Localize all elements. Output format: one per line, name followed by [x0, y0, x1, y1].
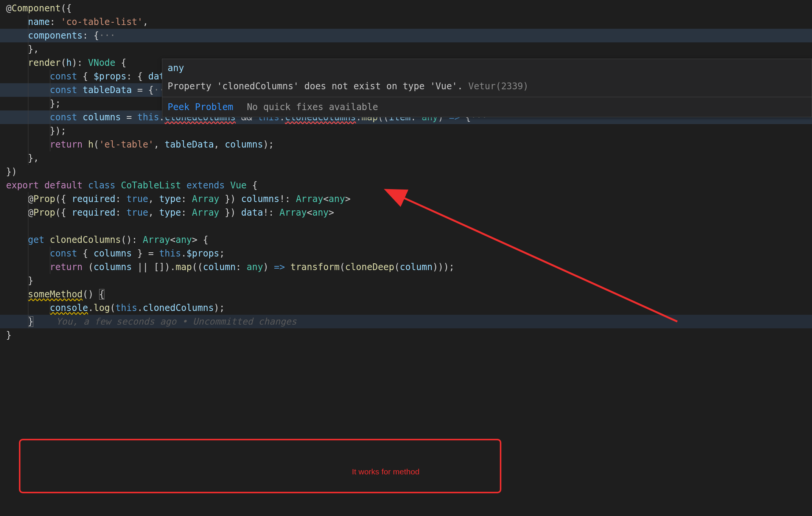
punct: <: [307, 207, 312, 218]
bracket-match: }: [28, 316, 33, 327]
punct: >: [345, 194, 350, 204]
fold-marker-icon[interactable]: ···: [99, 30, 115, 41]
punct: ,: [214, 139, 225, 150]
field-columns: columns: [241, 194, 279, 204]
punct: }): [219, 207, 241, 218]
punct: (: [82, 262, 93, 272]
hover-source-name: Vetur: [468, 81, 496, 92]
hover-message: Property 'clonedColumns' does not exist …: [162, 77, 812, 97]
punct: }): [219, 194, 241, 204]
code-line[interactable]: export default class CoTableList extends…: [0, 179, 812, 192]
kw-this: this: [137, 112, 159, 123]
punct: ): [263, 262, 274, 272]
kw-const: const: [50, 85, 77, 95]
code-line[interactable]: },: [0, 42, 812, 56]
type-any: any: [329, 194, 345, 204]
punct: {: [88, 30, 99, 41]
kw-this: this: [159, 248, 181, 259]
punct: ,: [148, 194, 159, 204]
peek-problem-link[interactable]: Peek Problem: [168, 100, 233, 114]
punct: ({: [61, 3, 72, 14]
type-any: any: [312, 207, 328, 218]
punct: <: [170, 235, 176, 245]
func-transform: transform: [290, 262, 339, 272]
at-sign: @: [6, 3, 11, 14]
punct: :: [236, 262, 247, 272]
hover-tooltip[interactable]: any Property 'clonedColumns' does not ex…: [162, 59, 812, 117]
punct: ({: [55, 207, 72, 218]
code-line[interactable]: console.log(this.clonedColumns);: [0, 301, 812, 315]
kw-export: export: [6, 180, 39, 191]
console: console: [50, 303, 88, 313]
punct: : {: [126, 71, 148, 82]
punct: (: [93, 139, 99, 150]
punct: ,: [148, 207, 159, 218]
code-line[interactable]: someMethod() {: [0, 288, 812, 301]
var-column: column: [400, 262, 432, 272]
type-array: Array: [280, 207, 307, 218]
kw-default: default: [39, 180, 83, 191]
param-h: h: [66, 58, 72, 68]
punct: );: [214, 303, 225, 313]
var-columns: columns: [93, 262, 132, 272]
punct: (: [340, 262, 345, 272]
punct: ,: [154, 139, 165, 150]
kw-class: class: [82, 180, 115, 191]
punct: :: [115, 194, 126, 204]
punct: :: [50, 17, 55, 27]
code-line[interactable]: @Prop({ required: true, type: Array }) c…: [0, 192, 812, 206]
code-line[interactable]: });: [0, 124, 812, 138]
code-line[interactable]: @Prop({ required: true, type: Array }) d…: [0, 206, 812, 219]
code-line[interactable]: get clonedColumns(): Array<any> {: [0, 233, 812, 247]
punct: .: [181, 248, 186, 259]
var-props: $props: [93, 71, 126, 82]
code-line[interactable]: }: [0, 328, 812, 342]
decorator-prop: Prop: [33, 194, 55, 204]
punct: {: [77, 71, 93, 82]
punct: }: [28, 275, 33, 286]
git-blame-annotation: You, a few seconds ago • Uncommitted cha…: [33, 316, 297, 327]
kw-const: const: [50, 112, 77, 123]
punct: ;: [219, 248, 225, 259]
punct: ,: [143, 17, 148, 27]
bracket-match: {: [99, 289, 104, 300]
punct: (: [110, 303, 115, 313]
code-line[interactable]: const { columns } = this.$props;: [0, 247, 812, 260]
code-line-blank[interactable]: [0, 219, 812, 233]
string: 'el-table': [99, 139, 154, 150]
code-line[interactable]: }): [0, 165, 812, 179]
punct: },: [28, 153, 39, 163]
field-data: data: [241, 207, 263, 218]
punct: !:: [280, 194, 296, 204]
punct: (: [61, 58, 66, 68]
punct: (): [82, 289, 99, 300]
kw-this: this: [115, 303, 137, 313]
getter-clonedcolumns: clonedColumns: [44, 235, 121, 245]
at-sign: @: [28, 194, 33, 204]
punct: !:: [263, 207, 279, 218]
code-line[interactable]: return h('el-table', tableData, columns)…: [0, 138, 812, 151]
kw-true: true: [126, 194, 148, 204]
punct: }: [6, 330, 11, 340]
prop-required: required: [72, 194, 115, 204]
var-props: $props: [187, 248, 219, 259]
code-line[interactable]: name: 'co-table-list',: [0, 15, 812, 29]
var-tabledata: tableData: [165, 139, 214, 150]
func-map: map: [176, 262, 192, 272]
type-vue: Vue: [225, 180, 247, 191]
code-line[interactable]: return (columns || []).map((column: any)…: [0, 260, 812, 274]
code-line[interactable]: },: [0, 151, 812, 165]
space: [285, 262, 290, 272]
hover-source-code: (2339): [496, 81, 529, 92]
var-columns: columns: [93, 248, 132, 259]
func-clonedeep: cloneDeep: [345, 262, 394, 272]
code-line[interactable]: components: {···: [0, 29, 812, 42]
code-line-current[interactable]: }You, a few seconds ago • Uncommitted ch…: [0, 315, 812, 328]
punct: :: [82, 30, 88, 41]
code-line[interactable]: @Component({: [0, 2, 812, 15]
punct: {: [198, 235, 208, 245]
prop-name: name: [28, 17, 50, 27]
punct: :: [181, 194, 192, 204]
code-line[interactable]: }: [0, 274, 812, 288]
hover-actions: Peek Problem No quick fixes available: [162, 97, 812, 117]
